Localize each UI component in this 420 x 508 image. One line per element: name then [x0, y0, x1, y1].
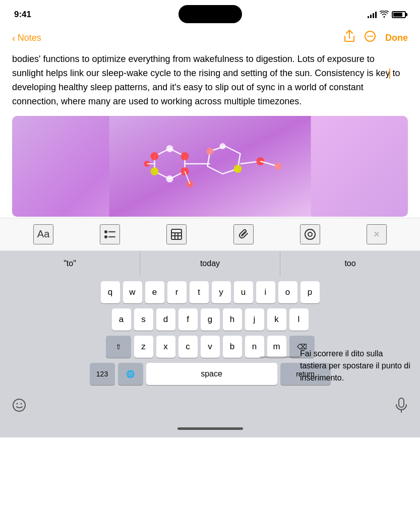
key-g[interactable]: g [201, 308, 220, 331]
predictive-bar: "to" today too [0, 251, 420, 276]
signal-icon [368, 11, 377, 18]
keyboard-row-2: a s d f g h j k l [2, 308, 418, 331]
callout-text: Fai scorrere il dito sulla tastiera per … [300, 349, 410, 382]
key-shift[interactable]: ⇧ [106, 336, 131, 358]
note-text-before-cursor: bodies' functions to optimize everything… [12, 54, 390, 78]
molecule-image [12, 116, 408, 217]
chevron-left-icon: ‹ [12, 33, 16, 43]
key-f[interactable]: f [178, 308, 198, 331]
key-y[interactable]: y [212, 281, 231, 303]
key-space[interactable]: space [146, 363, 277, 385]
key-w[interactable]: w [123, 281, 142, 303]
svg-point-37 [17, 403, 18, 404]
status-time: 9:41 [14, 10, 31, 20]
list-icon [104, 229, 116, 239]
table-button[interactable] [166, 224, 187, 244]
key-m[interactable]: m [267, 336, 286, 358]
wifi-icon [380, 11, 389, 19]
svg-point-6 [151, 152, 159, 160]
key-z[interactable]: z [134, 336, 153, 358]
attach-button[interactable] [233, 224, 254, 244]
svg-point-2 [370, 36, 371, 37]
key-o[interactable]: o [278, 281, 297, 303]
predictive-item-1[interactable]: today [140, 251, 280, 276]
key-emoji-keyboard[interactable]: 🌐 [118, 363, 143, 385]
svg-point-34 [305, 229, 315, 239]
phone-frame: 9:41 ‹ Notes [0, 0, 420, 508]
key-k[interactable]: k [267, 308, 286, 331]
status-icons [368, 11, 406, 19]
svg-point-1 [368, 36, 369, 37]
table-icon [170, 228, 183, 240]
emoji-button[interactable] [12, 398, 26, 415]
svg-point-7 [181, 152, 189, 160]
key-d[interactable]: d [156, 308, 175, 331]
key-b[interactable]: b [223, 336, 242, 358]
svg-point-14 [207, 148, 214, 155]
back-button[interactable]: ‹ Notes [12, 33, 41, 43]
key-h[interactable]: h [223, 308, 242, 331]
callout-line [260, 357, 300, 357]
key-n[interactable]: n [245, 336, 264, 358]
key-x[interactable]: x [156, 336, 175, 358]
svg-point-15 [234, 165, 242, 173]
svg-point-35 [308, 232, 312, 236]
dynamic-island [178, 5, 242, 23]
back-label: Notes [18, 33, 41, 43]
key-u[interactable]: u [234, 281, 253, 303]
key-numbers[interactable]: 123 [90, 363, 115, 385]
svg-point-16 [220, 143, 226, 149]
close-button[interactable]: × [367, 224, 387, 244]
svg-point-38 [21, 403, 22, 404]
battery-icon [392, 11, 406, 18]
markup-button[interactable] [300, 224, 320, 244]
key-v[interactable]: v [201, 336, 220, 358]
key-e[interactable]: e [145, 281, 164, 303]
svg-point-3 [372, 36, 373, 37]
formatting-toolbar: Aa [0, 218, 420, 251]
svg-point-25 [104, 230, 107, 233]
key-i[interactable]: i [256, 281, 275, 303]
keyboard-row-1: q w e r t y u i o p [2, 281, 418, 303]
done-button[interactable]: Done [385, 33, 408, 43]
key-r[interactable]: r [167, 281, 187, 303]
font-button[interactable]: Aa [33, 224, 53, 244]
svg-point-11 [166, 175, 173, 182]
nav-bar: ‹ Notes Done [0, 25, 420, 50]
svg-point-36 [13, 399, 25, 411]
svg-point-20 [275, 163, 282, 170]
note-body[interactable]: bodies' functions to optimize everything… [0, 50, 420, 109]
svg-rect-29 [171, 229, 182, 239]
predictive-item-2[interactable]: too [280, 251, 420, 276]
predictive-item-0[interactable]: "to" [0, 251, 140, 276]
more-button[interactable] [364, 30, 376, 45]
svg-point-10 [166, 145, 173, 152]
svg-rect-39 [399, 398, 404, 407]
markup-icon [304, 228, 316, 240]
home-indicator [0, 420, 420, 437]
key-q[interactable]: q [101, 281, 120, 303]
svg-point-9 [151, 167, 159, 175]
attach-icon [238, 228, 249, 241]
key-t[interactable]: t [190, 281, 209, 303]
share-button[interactable] [344, 30, 355, 46]
nav-actions: Done [344, 30, 408, 46]
list-button[interactable] [100, 224, 120, 244]
key-p[interactable]: p [301, 281, 320, 303]
close-icon: × [373, 228, 380, 241]
bottom-bar [0, 393, 420, 420]
key-s[interactable]: s [134, 308, 153, 331]
callout: Fai scorrere il dito sulla tastiera per … [300, 348, 411, 384]
key-c[interactable]: c [178, 336, 198, 358]
mic-button[interactable] [395, 398, 408, 416]
key-a[interactable]: a [112, 308, 131, 331]
font-icon: Aa [37, 228, 49, 240]
key-l[interactable]: l [289, 308, 309, 331]
svg-point-27 [104, 235, 107, 238]
key-j[interactable]: j [245, 308, 264, 331]
home-bar [177, 427, 243, 430]
